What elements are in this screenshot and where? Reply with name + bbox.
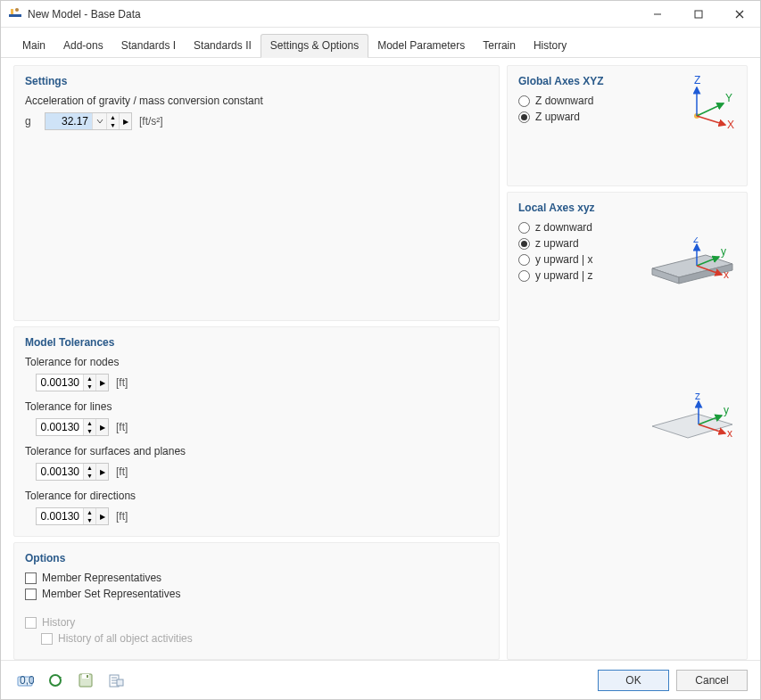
tab-bar: Main Add-ons Standards I Standards II Se…: [1, 33, 760, 58]
gravity-unit: [ft/s²]: [139, 115, 163, 128]
close-button[interactable]: [719, 1, 760, 28]
svg-point-28: [50, 675, 61, 686]
tol-surfaces-label: Tolerance for surfaces and planes: [25, 445, 488, 457]
check-history-sub: History of all object activities: [41, 632, 488, 645]
radio-label: y upward | x: [535, 253, 592, 266]
tab-history[interactable]: History: [525, 35, 575, 57]
radio-label: z downward: [535, 221, 592, 234]
footer-save-icon[interactable]: [74, 669, 97, 692]
dialog-footer: 0,00 OK Cancel: [1, 660, 760, 699]
radio-icon[interactable]: [518, 254, 530, 266]
svg-text:Z: Z: [694, 74, 700, 86]
radio-icon[interactable]: [518, 238, 530, 250]
tab-standards2[interactable]: Standards II: [185, 35, 261, 57]
radio-local-z-down[interactable]: z downward: [518, 221, 736, 234]
svg-text:x: x: [727, 427, 732, 440]
svg-line-10: [697, 103, 724, 116]
svg-rect-4: [695, 11, 702, 18]
cancel-button[interactable]: Cancel: [676, 670, 748, 691]
svg-text:x: x: [724, 268, 729, 281]
ok-button[interactable]: OK: [598, 670, 669, 691]
window-title: New Model - Base Data: [28, 8, 141, 21]
gravity-dropdown[interactable]: [92, 113, 106, 129]
check-history: History: [25, 616, 488, 629]
svg-rect-36: [117, 679, 123, 686]
gravity-label: Acceleration of gravity / mass conversio…: [25, 95, 488, 107]
check-member-reps-label: Member Representatives: [42, 572, 161, 584]
tol-lines-unit: [ft]: [116, 421, 128, 433]
radio-label: y upward | z: [535, 269, 592, 282]
check-history-sub-label: History of all object activities: [58, 632, 193, 645]
tol-lines-label: Tolerance for lines: [25, 400, 488, 413]
svg-text:z: z: [695, 390, 700, 402]
svg-text:z: z: [693, 237, 699, 245]
options-title: Options: [25, 552, 488, 564]
check-member-reps[interactable]: Member Representatives: [25, 572, 488, 584]
tol-surfaces-input[interactable]: [37, 464, 83, 480]
options-panel: Options Member Representatives Member Se…: [13, 542, 500, 660]
beam-axes-icon: z y x: [643, 237, 741, 300]
gravity-spinner[interactable]: ▲▼ ▶: [45, 112, 132, 130]
maximize-button[interactable]: [678, 1, 719, 28]
footer-units-icon[interactable]: 0,00: [13, 669, 37, 692]
spin-down-icon[interactable]: ▼: [107, 121, 119, 129]
check-memberset-reps[interactable]: Member Set Representatives: [25, 588, 488, 600]
spin-up-icon[interactable]: ▲: [107, 113, 119, 121]
local-axes-title: Local Axes xyz: [518, 202, 736, 214]
minimize-button[interactable]: [637, 1, 678, 28]
tol-nodes-label: Tolerance for nodes: [25, 356, 488, 368]
tab-settings-options[interactable]: Settings & Options: [261, 34, 368, 58]
svg-text:y: y: [724, 404, 729, 416]
settings-title: Settings: [25, 75, 488, 87]
tol-surfaces-spinner[interactable]: ▲▼ ▶: [36, 463, 109, 481]
tol-lines-spinner[interactable]: ▲▼ ▶: [36, 418, 109, 436]
gravity-input[interactable]: [45, 113, 92, 129]
tol-nodes-input[interactable]: [37, 375, 83, 391]
radio-label: Z downward: [535, 95, 593, 107]
check-memberset-reps-label: Member Set Representatives: [42, 588, 180, 600]
tol-nodes-spinner[interactable]: ▲▼ ▶: [36, 374, 109, 391]
svg-text:0,00: 0,00: [20, 674, 34, 687]
svg-text:X: X: [727, 119, 734, 131]
svg-rect-1: [11, 9, 13, 14]
svg-text:y: y: [721, 245, 726, 258]
checkbox-icon[interactable]: [25, 572, 37, 584]
tolerances-panel: Model Tolerances Tolerance for nodes ▲▼ …: [13, 326, 500, 537]
tol-directions-unit: [ft]: [116, 510, 128, 523]
radio-icon[interactable]: [518, 111, 530, 123]
tab-addons[interactable]: Add-ons: [54, 35, 112, 57]
tol-surfaces-unit: [ft]: [116, 465, 128, 478]
radio-icon[interactable]: [518, 222, 530, 234]
tol-directions-spinner[interactable]: ▲▼ ▶: [36, 507, 109, 525]
app-icon: [8, 5, 22, 22]
tolerances-title: Model Tolerances: [25, 336, 488, 349]
spin-play-icon[interactable]: ▶: [119, 113, 131, 129]
global-axes-panel: Global Axes XYZ Z downward Z upward: [507, 65, 748, 186]
settings-panel: Settings Acceleration of gravity / mass …: [13, 65, 500, 321]
plane-axes-icon: z y x: [643, 389, 741, 451]
svg-rect-0: [9, 14, 21, 17]
tol-lines-input[interactable]: [37, 419, 83, 435]
svg-text:Y: Y: [725, 92, 732, 104]
tab-model-parameters[interactable]: Model Parameters: [368, 35, 474, 57]
tol-directions-input[interactable]: [37, 508, 83, 524]
footer-refresh-icon[interactable]: [44, 669, 67, 692]
checkbox-icon[interactable]: [25, 589, 37, 600]
tab-standards1[interactable]: Standards I: [112, 35, 185, 57]
gravity-symbol: g: [25, 115, 41, 128]
footer-list-icon[interactable]: [104, 669, 128, 692]
dialog-window: New Model - Base Data Main Add-ons Stand…: [0, 0, 761, 700]
tab-main[interactable]: Main: [13, 35, 54, 57]
checkbox-icon: [41, 633, 53, 645]
tab-terrain[interactable]: Terrain: [474, 35, 525, 57]
radio-icon[interactable]: [518, 95, 530, 107]
radio-icon[interactable]: [518, 270, 530, 282]
radio-label: Z upward: [535, 111, 580, 123]
tol-nodes-unit: [ft]: [116, 376, 128, 389]
svg-rect-31: [87, 675, 88, 678]
local-axes-panel: Local Axes xyz z downward z upward y upw…: [507, 192, 748, 660]
tol-directions-label: Tolerance for directions: [25, 490, 488, 502]
checkbox-icon: [25, 617, 37, 629]
check-history-label: History: [42, 616, 75, 629]
titlebar: New Model - Base Data: [1, 1, 760, 28]
